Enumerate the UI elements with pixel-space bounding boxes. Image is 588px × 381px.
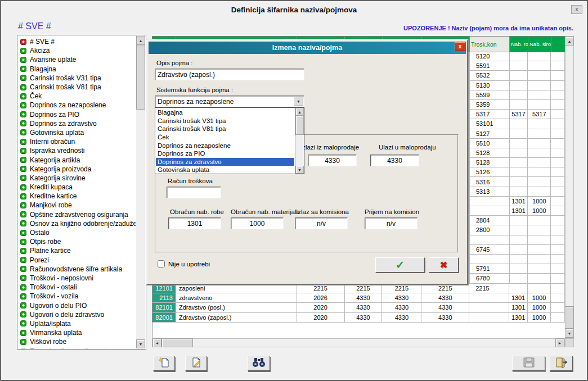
tree-item[interactable]: Uplata/isplata <box>18 319 136 328</box>
save-button[interactable] <box>512 356 545 371</box>
grid-row[interactable]: 5130 <box>470 81 565 90</box>
tree-item[interactable]: Blagajna <box>18 65 136 74</box>
scroll-up-button[interactable]: ▲ <box>565 37 574 46</box>
scroll-up-button[interactable]: ▲ <box>295 108 304 116</box>
tree-item[interactable]: Gotovinska uplata <box>18 128 136 137</box>
not-in-use-checkbox[interactable] <box>158 260 165 267</box>
tree-item[interactable]: Ispravka vrednosti <box>18 146 136 155</box>
tree-item[interactable]: Doprinos za zdravstvo <box>18 119 136 128</box>
system-function-combobox[interactable]: Doprinos za nezaposlene ▼ <box>155 96 304 107</box>
consignment-in-input[interactable] <box>365 217 418 229</box>
tree-item[interactable]: Kategorija artikla <box>18 155 136 164</box>
dropdown-item[interactable]: Doprinos za zdravstvo <box>156 158 294 166</box>
dialog-close-button[interactable]: x <box>455 42 465 51</box>
tree-item[interactable]: Avansne uplate <box>18 55 136 64</box>
tree-item[interactable]: Opštine zdravstvenog osiguranja <box>18 210 136 219</box>
tree-item[interactable]: Kategorija proizvoda <box>18 165 136 174</box>
dropdown-item[interactable]: Doprinos za PIO <box>156 149 294 158</box>
dropdown-item[interactable]: Gotovinska uplata <box>156 166 294 173</box>
window-close-button[interactable]: x <box>571 5 582 14</box>
tree-item[interactable]: Troškovi - neposlovni <box>18 274 136 283</box>
grid-row[interactable] <box>470 235 565 245</box>
tree-item[interactable]: Ugovori o delu zdravstvo <box>18 310 136 319</box>
grid-row[interactable]: 1301 1000 <box>470 197 565 206</box>
grid-row[interactable]: 5510 <box>470 139 565 148</box>
tree-item[interactable]: Porezi <box>18 256 136 265</box>
consignment-out-input[interactable] <box>295 217 348 229</box>
scroll-up-button[interactable]: ▲ <box>136 36 145 45</box>
grid-row[interactable]: 5791 <box>470 264 565 274</box>
new-record-button[interactable] <box>153 356 175 371</box>
grid-row[interactable]: 5532 <box>470 71 565 80</box>
grid-row[interactable]: 5599 <box>470 90 565 100</box>
tree-item[interactable]: Doprinos za nezaposlene <box>18 101 136 110</box>
tree-item[interactable]: Kategorija sirovine <box>18 174 136 183</box>
cost-account-input[interactable] <box>167 187 221 198</box>
grid-row[interactable]: 6745 <box>470 245 565 255</box>
grid-row[interactable]: 2113 zdravstveno 2026 4330 4330 4330 130… <box>152 293 565 303</box>
confirm-button[interactable]: ✓ <box>375 257 425 273</box>
tree-item[interactable]: Osnov za knjižno odobrenje/zaduženje <box>18 219 136 228</box>
grid-row[interactable]: 5128 <box>470 148 565 158</box>
grid-row[interactable]: 82001 Zdravstvo (zaposl.) 2020 4330 4330… <box>152 313 565 323</box>
goods-purchase-input[interactable] <box>168 217 221 229</box>
grid-row[interactable]: 2800 <box>470 225 565 235</box>
dropdown-scrollbar[interactable]: ▲ ▼ <box>295 108 304 174</box>
edit-record-button[interactable] <box>185 356 207 371</box>
grid-row[interactable]: 5128 <box>470 158 565 167</box>
tree-item[interactable]: Ček <box>18 92 136 101</box>
tree-item[interactable]: Interni obračun <box>18 137 136 146</box>
grid-row[interactable] <box>470 255 565 264</box>
dropdown-item[interactable]: Carinski trošak V31 tipa <box>156 117 294 125</box>
grid-row[interactable]: 5127 <box>470 129 565 139</box>
grid-row[interactable]: 5317 5317 5317 <box>470 110 565 119</box>
grid-row[interactable]: 5120 <box>470 52 565 61</box>
grid-horizontal-scrollbar[interactable]: ◄ ► <box>152 338 565 347</box>
scroll-down-button[interactable]: ▼ <box>565 329 574 338</box>
find-button[interactable] <box>248 356 270 371</box>
description-input[interactable] <box>155 69 304 80</box>
chevron-down-icon[interactable]: ▼ <box>294 97 303 106</box>
grid-row[interactable]: 12101 zaposleni 2215 2215 2215 2215 2215 <box>152 284 565 293</box>
tree-item[interactable]: Otpis robe <box>18 237 136 246</box>
exit-button[interactable] <box>550 356 573 371</box>
scroll-down-button[interactable]: ▼ <box>295 166 304 174</box>
grid-row[interactable]: 5591 <box>470 61 565 71</box>
scroll-left-button[interactable]: ◄ <box>152 338 161 347</box>
tree-item[interactable]: # SVE # <box>18 37 136 46</box>
grid-row[interactable]: 5359 <box>470 100 565 110</box>
tree-item[interactable]: Kreditne kartice <box>18 192 136 201</box>
tree-item[interactable]: Ostalo <box>18 228 136 237</box>
scroll-down-button[interactable]: ▼ <box>136 339 145 348</box>
scrollbar-thumb[interactable] <box>295 116 304 135</box>
tree-item[interactable]: Manjkovi robe <box>18 201 136 210</box>
scroll-right-button[interactable]: ► <box>555 338 564 347</box>
tree-item[interactable]: Viškovi robe <box>18 337 136 346</box>
tree-item[interactable]: Carinski trošak V81 tipa <box>18 83 136 92</box>
tree-item[interactable]: Platne kartice <box>18 246 136 255</box>
dropdown-item[interactable]: Blagajna <box>156 108 294 117</box>
grid-row[interactable]: 6780 <box>470 274 565 283</box>
tree-item[interactable]: Računovodstvene šifre artikala <box>18 265 136 274</box>
dropdown-item[interactable]: Doprinos za nezaposlene <box>156 141 294 149</box>
tree-item[interactable]: Krediti kupaca <box>18 183 136 192</box>
tree-item[interactable]: Troškovi - ostali <box>18 283 136 292</box>
scrollbar-thumb[interactable] <box>161 338 193 347</box>
scrollbar-thumb[interactable] <box>136 45 145 110</box>
grid-row[interactable]: 5316 <box>470 177 565 187</box>
grid-row[interactable]: 82101 Zdravstvo (posl.) 2020 4330 4330 4… <box>152 303 565 312</box>
grid-row[interactable]: 1301 1000 <box>470 206 565 216</box>
grid-row[interactable]: 5126 <box>470 167 565 177</box>
material-purchase-input[interactable] <box>231 217 284 229</box>
scrollbar-thumb[interactable] <box>565 306 574 329</box>
tree-item[interactable]: Troškovi - vozila <box>18 292 136 301</box>
grid-vertical-scrollbar[interactable]: ▲ ▼ <box>565 36 574 338</box>
tree-item[interactable]: Akciza <box>18 46 136 55</box>
tree-item[interactable]: Doprinos za PIO <box>18 110 136 119</box>
tree-item[interactable]: Ugovori o delu PIO <box>18 301 136 310</box>
grid-row[interactable]: 5313 <box>470 187 565 197</box>
tree-scrollbar[interactable]: ▲ ▼ <box>136 36 145 348</box>
dropdown-item[interactable]: Ček <box>156 133 294 142</box>
cancel-button[interactable]: ✖ <box>429 257 459 273</box>
dropdown-item[interactable]: Carinski trošak V81 tipa <box>156 125 294 133</box>
